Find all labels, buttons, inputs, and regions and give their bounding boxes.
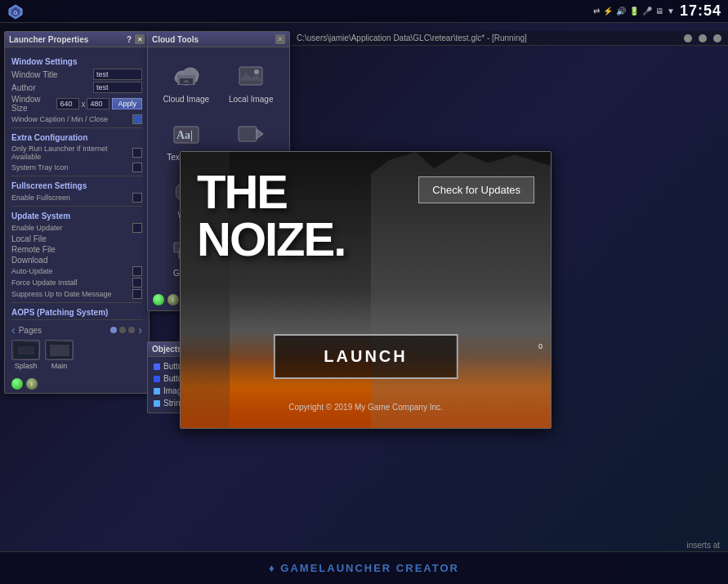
page-dot-3[interactable]: [128, 327, 135, 333]
launch-button[interactable]: LAUNCH: [273, 334, 458, 379]
page-dot-1[interactable]: [110, 327, 117, 333]
local-image-icon: [235, 60, 266, 91]
page-dot-2[interactable]: [119, 327, 126, 333]
desktop: G ⇄ ⚡ 🔊 🔋 🎤 🖥 ▼ 17:54 C:\users\jamie\App…: [0, 0, 728, 584]
force-update-row: Force Update Install: [11, 278, 142, 288]
remote-file-row: Remote File: [11, 245, 142, 254]
auto-update-checkbox[interactable]: [132, 266, 142, 276]
tray-checkbox[interactable]: [132, 163, 142, 172]
launcher-properties-panel: Launcher Properties ? ✕ Window Settings …: [4, 31, 150, 394]
pages-prev-arrow[interactable]: ‹: [11, 323, 16, 337]
cloud-tools-close[interactable]: ✕: [275, 34, 285, 44]
mic-icon: 🎤: [642, 7, 652, 16]
running-titlebar: C:\users\jamie\Application Data\GLC\rete…: [290, 31, 728, 46]
internet-row: Only Run Launcher if Internet Available: [11, 145, 142, 161]
battery-icon: 🔋: [629, 7, 639, 16]
enable-updater-row: Enable Updater: [11, 223, 142, 233]
author-input[interactable]: [93, 82, 142, 93]
object-string-0-color: [154, 400, 160, 407]
apply-button[interactable]: Apply: [112, 98, 142, 109]
pages-section: ‹ Pages ›: [11, 319, 142, 370]
dropdown-arrow-icon[interactable]: ▼: [667, 7, 675, 16]
taskbar-right: ⇄ ⚡ 🔊 🔋 🎤 🖥 ▼ 17:54: [593, 2, 721, 20]
app-logo[interactable]: G: [7, 2, 25, 20]
caption-label: Window Caption / Min / Close: [11, 115, 132, 123]
tool-local-image[interactable]: Local Image: [220, 54, 284, 110]
main-label: Main: [51, 362, 68, 370]
local-file-label: Local File: [11, 234, 142, 243]
svg-rect-13: [239, 67, 262, 85]
help-icon[interactable]: ?: [127, 35, 132, 44]
green-action-button[interactable]: [11, 378, 23, 390]
cloud-tools-titlebar: Cloud Tools ✕: [148, 32, 289, 47]
close-button[interactable]: [713, 34, 721, 42]
internet-checkbox[interactable]: [132, 148, 142, 158]
fullscreen-row: Enable Fullscreen: [11, 193, 142, 203]
aops-section: AOPS (Patching System): [11, 308, 142, 317]
author-row: Author: [11, 82, 142, 93]
window-settings-section: Window Settings: [11, 57, 142, 66]
internet-label: Only Run Launcher if Internet Available: [11, 145, 132, 161]
pages-next-arrow[interactable]: ›: [138, 323, 142, 337]
clock: 17:54: [680, 2, 721, 20]
local-image-label: Local Image: [229, 95, 273, 104]
volume-icon: 🔊: [616, 7, 626, 16]
fullscreen-label: Enable Fullscreen: [11, 194, 132, 202]
tray-row: System Tray Icon: [11, 163, 142, 172]
author-label: Author: [11, 83, 93, 92]
status-text: inserts at: [686, 541, 720, 550]
version-indicator: 0: [538, 342, 543, 350]
tool-cloud-image[interactable]: Cloud Image: [154, 54, 218, 110]
cloud-image-icon: [171, 60, 202, 91]
page-thumb-main[interactable]: Main: [45, 340, 74, 370]
suppress-checkbox[interactable]: [132, 289, 142, 299]
window-title-input[interactable]: [93, 69, 142, 80]
suppress-row: Suppress Up to Date Message: [11, 289, 142, 299]
width-input[interactable]: [56, 98, 79, 109]
splash-label: Splash: [15, 362, 38, 370]
cloud-tools-green-button[interactable]: [153, 294, 164, 305]
caption-row: Window Caption / Min / Close: [11, 114, 142, 124]
check-updates-button[interactable]: Check for Updates: [418, 176, 534, 203]
object-button-0-color: [154, 363, 160, 370]
cloud-tools-info-button[interactable]: i: [167, 294, 179, 305]
svg-text:G: G: [13, 10, 18, 16]
minimize-button[interactable]: [684, 34, 692, 42]
pages-nav: ‹ Pages ›: [11, 323, 142, 337]
info-button[interactable]: i: [26, 378, 38, 390]
taskbar-left: G: [7, 2, 25, 20]
splash-preview: [11, 340, 40, 360]
text-string-icon: Aa|: [171, 118, 202, 149]
game-title-line1: THE: [197, 168, 345, 216]
game-title-line2: NOIZE.: [197, 216, 345, 263]
local-file-row: Local File: [11, 234, 142, 243]
game-title: THE NOIZE.: [197, 168, 345, 263]
cloud-image-label: Cloud Image: [163, 95, 209, 104]
suppress-label: Suppress Up to Date Message: [11, 290, 132, 298]
remote-file-label: Remote File: [11, 245, 142, 254]
maximize-button[interactable]: [699, 34, 707, 42]
height-input[interactable]: [87, 98, 109, 109]
pages-label: Pages: [19, 326, 42, 335]
window-title-label: Window Title: [11, 70, 93, 79]
divider-4: [11, 302, 142, 303]
game-preview-window: THE NOIZE. Check for Updates 0 LAUNCH Co…: [180, 151, 552, 429]
size-separator: x: [81, 100, 85, 109]
launcher-properties-titlebar: Launcher Properties ? ✕: [5, 32, 149, 47]
network-icon: ⇄: [593, 7, 600, 16]
monitor-icon: 🖥: [655, 7, 663, 16]
enable-updater-label: Enable Updater: [11, 224, 132, 232]
launcher-properties-close[interactable]: ✕: [135, 34, 145, 44]
force-update-label: Force Update Install: [11, 279, 132, 287]
window-size-label: Window Size: [11, 95, 56, 113]
app-brand-label: ♦ GAMELAUNCHER CREATOR: [269, 562, 459, 574]
object-button-1-color: [154, 376, 160, 382]
page-thumb-splash[interactable]: Splash: [11, 340, 40, 370]
caption-checkbox[interactable]: [132, 114, 142, 124]
svg-text:Aa|: Aa|: [176, 129, 193, 141]
running-path: C:\users\jamie\Application Data\GLC\rete…: [297, 33, 527, 42]
enable-updater-checkbox[interactable]: [132, 223, 142, 233]
force-update-checkbox[interactable]: [132, 278, 142, 288]
fullscreen-checkbox[interactable]: [132, 193, 142, 203]
launcher-bottom-controls: i: [5, 375, 149, 393]
